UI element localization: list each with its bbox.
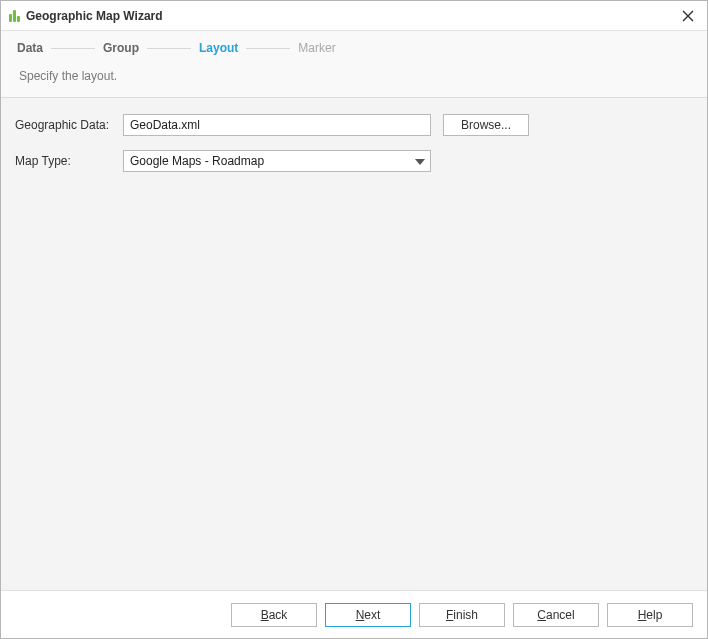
- row-geographic-data: Geographic Data: Browse...: [15, 114, 693, 136]
- window-title: Geographic Map Wizard: [26, 9, 163, 23]
- wizard-content: Geographic Data: Browse... Map Type: Goo…: [1, 98, 707, 590]
- wizard-footer: Back Next Finish Cancel Help: [1, 590, 707, 638]
- map-type-value: Google Maps - Roadmap: [130, 154, 264, 168]
- app-icon: [9, 10, 20, 22]
- next-button[interactable]: Next: [325, 603, 411, 627]
- close-button[interactable]: [679, 7, 697, 25]
- wizard-header: Data Group Layout Marker Specify the lay…: [1, 31, 707, 98]
- step-data[interactable]: Data: [15, 41, 45, 55]
- titlebar: Geographic Map Wizard: [1, 1, 707, 31]
- back-button[interactable]: Back: [231, 603, 317, 627]
- close-icon: [682, 10, 694, 22]
- step-marker[interactable]: Marker: [296, 41, 337, 55]
- browse-button[interactable]: Browse...: [443, 114, 529, 136]
- instruction-text: Specify the layout.: [15, 69, 693, 83]
- label-geographic-data: Geographic Data:: [15, 118, 123, 132]
- geographic-data-input[interactable]: [123, 114, 431, 136]
- step-separator: [246, 48, 290, 49]
- wizard-steps: Data Group Layout Marker: [15, 41, 693, 55]
- wizard-dialog: Geographic Map Wizard Data Group Layout …: [0, 0, 708, 639]
- cancel-button[interactable]: Cancel: [513, 603, 599, 627]
- step-separator: [147, 48, 191, 49]
- step-layout[interactable]: Layout: [197, 41, 240, 55]
- finish-button[interactable]: Finish: [419, 603, 505, 627]
- row-map-type: Map Type: Google Maps - Roadmap: [15, 150, 693, 172]
- label-map-type: Map Type:: [15, 154, 123, 168]
- step-separator: [51, 48, 95, 49]
- help-button[interactable]: Help: [607, 603, 693, 627]
- step-group[interactable]: Group: [101, 41, 141, 55]
- map-type-select[interactable]: Google Maps - Roadmap: [123, 150, 431, 172]
